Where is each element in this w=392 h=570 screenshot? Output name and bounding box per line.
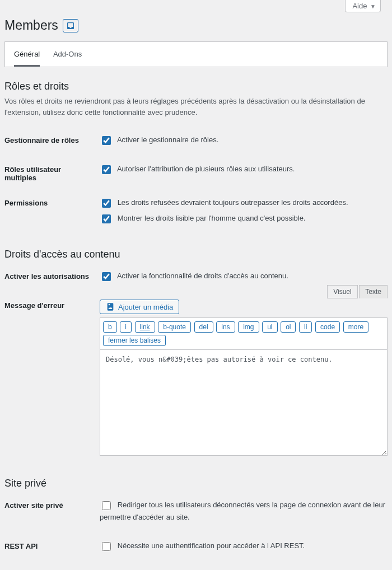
- chevron-down-icon: ▼: [370, 3, 376, 10]
- rest-api-cb-label: Nécessite une authentification pour accé…: [118, 541, 305, 550]
- permissions-deny-checkbox[interactable]: [102, 199, 111, 208]
- multi-roles-row[interactable]: Autoriser l'attribution de plusieurs rôl…: [100, 163, 388, 176]
- private-enable-row[interactable]: Rediriger tous les utilisateurs déconnec…: [100, 499, 388, 524]
- section-private-heading: Site privé: [4, 478, 388, 489]
- qt-ins[interactable]: ins: [216, 321, 235, 333]
- enable-perms-cb-label: Activer la fonctionnalité de droits d'ac…: [117, 272, 288, 280]
- rest-api-label: REST API: [4, 534, 100, 563]
- editor-tab-text[interactable]: Texte: [359, 285, 388, 298]
- permissions-deny-cb-label: Les droits refusées devraient toujours o…: [118, 198, 348, 207]
- inbox-icon[interactable]: [63, 19, 78, 32]
- page-title: Members: [4, 18, 388, 33]
- media-icon: [106, 302, 115, 311]
- error-message-label: Message d'erreur: [4, 293, 100, 464]
- disable-feed-label: Désactiver le flux: [4, 563, 100, 570]
- tab-general[interactable]: Général: [14, 50, 40, 67]
- rest-api-row[interactable]: Nécessite une authentification pour accé…: [100, 540, 388, 553]
- add-media-button[interactable]: Ajouter un média: [100, 300, 179, 314]
- role-manager-checkbox[interactable]: [102, 136, 111, 145]
- quicktags-toolbar: b i link b-quote del ins img ul ol li co…: [100, 317, 388, 349]
- multi-roles-label: Rôles utilisateur multiples: [4, 157, 100, 190]
- role-manager-label: Gestionnaire de rôles: [4, 128, 100, 157]
- permissions-human-checkbox[interactable]: [102, 214, 111, 223]
- section-roles-heading: Rôles et droits: [4, 81, 388, 92]
- enable-perms-label: Activer les autorisations: [4, 264, 100, 293]
- multi-roles-checkbox[interactable]: [102, 165, 111, 174]
- enable-perms-row[interactable]: Activer la fonctionnalité de droits d'ac…: [100, 270, 388, 283]
- add-media-label: Ajouter un média: [118, 303, 173, 311]
- private-enable-label: Activer site privé: [4, 493, 100, 534]
- qt-img[interactable]: img: [238, 321, 259, 333]
- qt-b[interactable]: b: [103, 321, 117, 333]
- tab-addons[interactable]: Add-Ons: [53, 50, 82, 65]
- multi-roles-cb-label: Autoriser l'attribution de plusieurs rôl…: [117, 165, 295, 173]
- rest-api-checkbox[interactable]: [102, 542, 111, 551]
- qt-del[interactable]: del: [194, 321, 213, 333]
- qt-ul[interactable]: ul: [262, 321, 277, 333]
- enable-perms-checkbox[interactable]: [102, 272, 111, 281]
- permissions-human-row[interactable]: Montrer les droits lisible par l'homme q…: [100, 213, 388, 225]
- permissions-deny-row[interactable]: Les droits refusées devraient toujours o…: [100, 197, 388, 209]
- error-message-textarea[interactable]: [100, 349, 388, 456]
- private-enable-checkbox[interactable]: [102, 501, 111, 510]
- settings-tabs: Général Add-Ons: [4, 41, 388, 67]
- qt-link[interactable]: link: [135, 321, 155, 333]
- qt-ol[interactable]: ol: [281, 321, 296, 333]
- qt-i[interactable]: i: [120, 321, 132, 333]
- role-manager-cb-label: Activer le gestionnaire de rôles.: [117, 136, 218, 144]
- qt-more[interactable]: more: [343, 321, 368, 333]
- editor-tab-visual[interactable]: Visuel: [327, 285, 357, 298]
- editor-tabs: Visuel Texte: [328, 285, 388, 298]
- permissions-label: Permissions: [4, 190, 100, 235]
- private-enable-cb-label: Rediriger tous les utilisateurs déconnec…: [100, 501, 385, 521]
- help-tab-label: Aide: [352, 2, 367, 10]
- help-tab[interactable]: Aide ▼: [345, 0, 381, 12]
- permissions-human-cb-label: Montrer les droits lisible par l'homme q…: [118, 214, 306, 222]
- role-manager-row[interactable]: Activer le gestionnaire de rôles.: [100, 134, 388, 147]
- qt-close[interactable]: fermer les balises: [103, 335, 166, 346]
- qt-bquote[interactable]: b-quote: [158, 321, 191, 333]
- qt-code[interactable]: code: [315, 321, 340, 333]
- page-title-text: Members: [4, 18, 58, 33]
- section-content-heading: Droits d'accès au contenu: [4, 249, 388, 260]
- section-roles-desc: Vos rôles et droits ne reviendront pas à…: [4, 96, 388, 118]
- qt-li[interactable]: li: [299, 321, 312, 333]
